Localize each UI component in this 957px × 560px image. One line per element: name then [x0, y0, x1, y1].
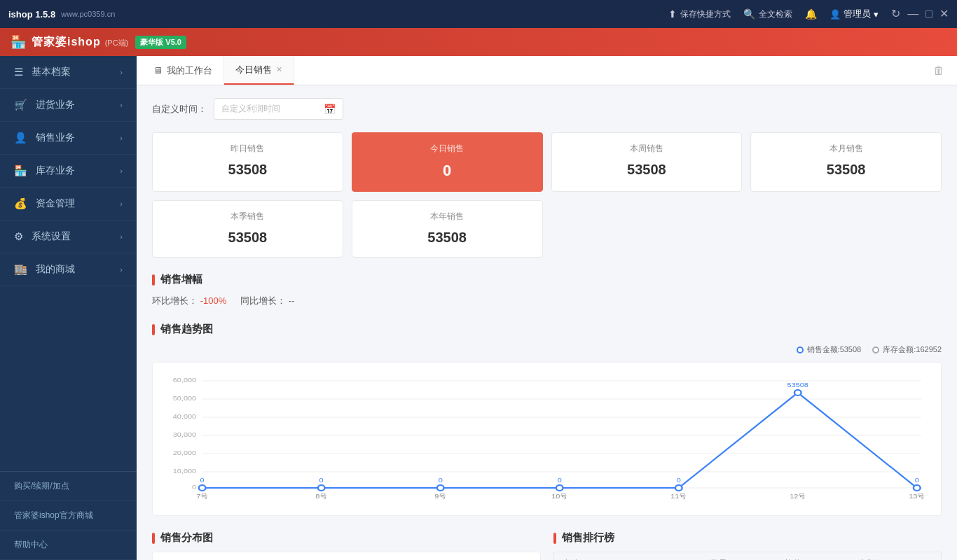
- finance-icon: 💰: [14, 197, 27, 210]
- page-content: 自定义时间： 自定义利润时间 📅 昨日销售 53508 今日销售 0 本周销售: [137, 85, 957, 560]
- save-shortcut-button[interactable]: ⬆ 保存快捷方式: [668, 8, 731, 20]
- full-search-button[interactable]: 🔍 全文检索: [743, 8, 792, 20]
- sidebar-help[interactable]: 帮助中心: [0, 531, 137, 560]
- search-icon: 🔍: [743, 8, 755, 20]
- today-sales-label: 今日销售: [364, 143, 531, 155]
- svg-text:0: 0: [319, 477, 324, 484]
- month-sales-value: 53508: [762, 162, 930, 178]
- sidebar-buy-renew[interactable]: 购买/续期/加点: [0, 472, 137, 501]
- svg-text:9号: 9号: [434, 493, 446, 500]
- stat-card-today: 今日销售 0: [352, 132, 543, 192]
- brand-sub: (PC端): [105, 38, 129, 48]
- stat-card-month: 本月销售 53508: [750, 132, 942, 192]
- trash-icon[interactable]: 🗑: [926, 64, 951, 77]
- tab-today-sales[interactable]: 今日销售 ✕: [224, 56, 294, 85]
- sidebar-item-sales[interactable]: 👤 销售业务 ›: [0, 122, 137, 155]
- chart-legend: 销售金额:53508 库存金额:162952: [152, 344, 942, 355]
- brand-bar: 🏪 管家婆ishop (PC端) 豪华版 V5.0: [0, 28, 957, 56]
- svg-text:0: 0: [915, 477, 920, 484]
- sidebar-item-label-sales: 销售业务: [36, 132, 75, 144]
- minimize-button[interactable]: —: [907, 8, 918, 20]
- sidebar-item-basic-files[interactable]: ☰ 基本档案 ›: [0, 56, 137, 89]
- stat-card-year: 本年销售 53508: [352, 200, 543, 258]
- today-sales-value: 0: [364, 162, 531, 180]
- full-search-label: 全文检索: [759, 8, 792, 20]
- yoy-label: 同比增长： --: [240, 295, 294, 307]
- chevron-right-icon-2: ›: [120, 101, 123, 109]
- tab-today-sales-label: 今日销售: [235, 64, 272, 76]
- admin-menu[interactable]: 👤 管理员 ▾: [829, 8, 879, 20]
- svg-text:30,000: 30,000: [173, 431, 197, 438]
- svg-text:7号: 7号: [196, 493, 208, 500]
- sidebar: ☰ 基本档案 › 🛒 进货业务 › 👤 销售业务 › 🏪 库存业务 ›: [0, 56, 137, 560]
- basic-files-icon: ☰: [14, 66, 23, 78]
- sidebar-item-inventory[interactable]: 🏪 库存业务 ›: [0, 155, 137, 188]
- sidebar-item-finance[interactable]: 💰 资金管理 ›: [0, 188, 137, 220]
- stat-card-yesterday: 昨日销售 53508: [152, 132, 343, 192]
- close-button[interactable]: ✕: [939, 8, 949, 20]
- section-bar-ranking: [553, 533, 556, 544]
- inventory-icon: 🏪: [14, 164, 27, 177]
- legend-sales: 销售金额:53508: [797, 344, 862, 355]
- tab-workbench[interactable]: 🖥 我的工作台: [142, 56, 224, 85]
- legend-inventory-label: 库存金额:162952: [883, 344, 942, 355]
- svg-point-15: [318, 485, 325, 491]
- notification-button[interactable]: 🔔: [805, 8, 817, 20]
- sidebar-item-my-store[interactable]: 🏬 我的商城 ›: [0, 253, 137, 286]
- svg-text:13号: 13号: [909, 493, 925, 500]
- svg-point-14: [199, 485, 206, 491]
- svg-text:0: 0: [192, 484, 197, 491]
- refresh-button[interactable]: ↻: [891, 8, 900, 20]
- save-shortcut-label: 保存快捷方式: [680, 8, 731, 20]
- chevron-right-icon-4: ›: [120, 167, 123, 175]
- date-filter-label: 自定义时间：: [152, 103, 207, 115]
- app-url: www.pc0359.cn: [61, 10, 115, 18]
- top-bar-right: ⬆ 保存快捷方式 🔍 全文检索 🔔 👤 管理员 ▾ ↻ — □ ✕: [668, 8, 949, 20]
- stat-card-season: 本季销售 53508: [152, 200, 343, 258]
- window-controls: ↻ — □ ✕: [891, 8, 949, 20]
- maximize-button[interactable]: □: [925, 8, 932, 20]
- svg-text:53508: 53508: [787, 382, 809, 388]
- legend-inventory: 库存金额:162952: [872, 344, 942, 355]
- svg-point-17: [556, 485, 563, 491]
- sidebar-item-purchase[interactable]: 🛒 进货业务 ›: [0, 89, 137, 122]
- mom-value: -100%: [200, 295, 227, 306]
- svg-text:20,000: 20,000: [173, 449, 197, 456]
- chevron-right-icon-7: ›: [120, 265, 123, 274]
- distribution-header: 销售分布图: [152, 531, 541, 545]
- sidebar-item-label-inventory: 库存业务: [36, 164, 75, 177]
- sidebar-official-store[interactable]: 管家婆ishop官方商城: [0, 501, 137, 531]
- stat-card-week: 本周销售 53508: [551, 132, 743, 192]
- yesterday-sales-value: 53508: [164, 162, 331, 178]
- settings-icon: ⚙: [14, 230, 23, 243]
- chart-section-header: 销售趋势图: [152, 323, 942, 336]
- version-number: V5.0: [165, 38, 181, 46]
- brand-name: 管家婆ishop: [32, 35, 101, 50]
- date-filter: 自定义时间： 自定义利润时间 📅: [152, 98, 942, 120]
- growth-section-title: 销售增幅: [160, 273, 202, 286]
- chevron-right-icon-6: ›: [120, 232, 123, 241]
- season-sales-value: 53508: [164, 230, 331, 246]
- sidebar-item-label-my-store: 我的商城: [36, 263, 75, 276]
- year-sales-label: 本年销售: [364, 211, 531, 223]
- chart-section-title: 销售趋势图: [160, 323, 213, 336]
- ranking-table-header: 名称 数量↓ 均价 金额↓: [553, 552, 942, 560]
- sidebar-item-settings[interactable]: ⚙ 系统设置 ›: [0, 220, 137, 253]
- section-bar-growth: [152, 274, 155, 286]
- svg-text:0: 0: [677, 477, 682, 484]
- chart-container: 60,000 50,000 40,000 30,000 20,000 10,00…: [152, 362, 942, 516]
- main-layout: ☰ 基本档案 › 🛒 进货业务 › 👤 销售业务 › 🏪 库存业务 ›: [0, 56, 957, 560]
- growth-section-header: 销售增幅: [152, 273, 942, 286]
- sales-ranking: 销售排行榜 名称 数量↓ 均价 金额↓: [553, 531, 942, 560]
- legend-inventory-dot: [872, 346, 879, 354]
- app-name: ishop 1.5.8: [8, 9, 55, 20]
- svg-text:12号: 12号: [790, 493, 806, 500]
- tab-close-icon[interactable]: ✕: [276, 65, 282, 74]
- legend-sales-label: 销售金额:53508: [807, 344, 862, 355]
- growth-info: 环比增长： -100% 同比增长： --: [152, 295, 942, 307]
- svg-point-20: [914, 485, 921, 491]
- svg-text:8号: 8号: [315, 493, 327, 500]
- stats-grid-row1: 昨日销售 53508 今日销售 0 本周销售 53508 本月销售 53508: [152, 132, 942, 192]
- sidebar-item-label-finance: 资金管理: [36, 197, 75, 210]
- date-input[interactable]: 自定义利润时间 📅: [214, 98, 343, 120]
